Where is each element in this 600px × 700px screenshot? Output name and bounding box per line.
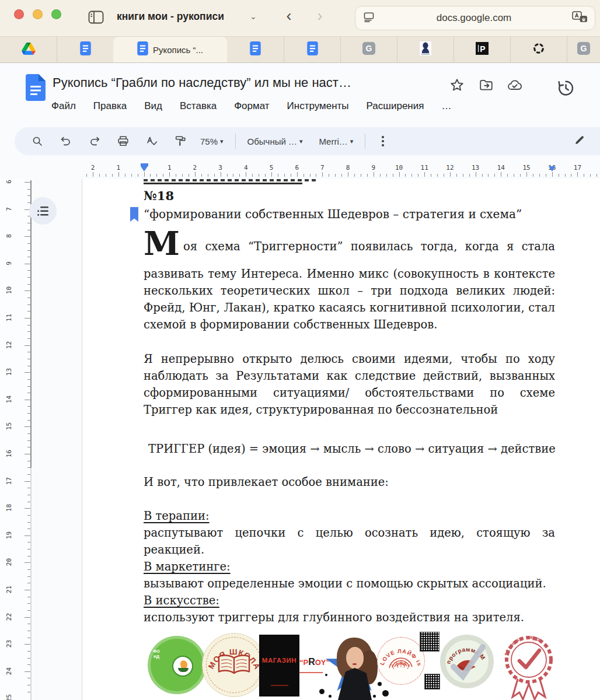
paragraph-style-select[interactable]: Обычный … bbox=[247, 136, 297, 146]
ruler-number: 12 bbox=[443, 164, 457, 172]
spellcheck-icon[interactable] bbox=[137, 130, 166, 153]
translate-icon[interactable] bbox=[572, 11, 588, 26]
search-icon[interactable] bbox=[23, 130, 51, 153]
close-button[interactable] bbox=[14, 9, 24, 19]
ruler-number: 13 bbox=[5, 366, 13, 379]
tab-strip: Рукопись “...GPG bbox=[0, 37, 600, 63]
tab[interactable] bbox=[510, 37, 567, 62]
tab[interactable] bbox=[57, 37, 113, 62]
tab[interactable]: G bbox=[567, 37, 600, 62]
paint-format-icon[interactable] bbox=[166, 130, 194, 153]
document-title[interactable]: Рукопись “Грабли по наследству” ил мы не… bbox=[53, 75, 351, 90]
bookmarked-heading: “формировании собственных Шедевров – стр… bbox=[144, 206, 555, 222]
content-area: 678910111213141516171819202122232425 №18… bbox=[0, 179, 600, 700]
ruler-number: 20 bbox=[5, 556, 13, 569]
badge-program-image[interactable]: программа М bbox=[440, 635, 494, 688]
text-line: схемой в формировании собственных Шедевр… bbox=[144, 316, 555, 333]
star-icon[interactable] bbox=[449, 78, 465, 93]
text-line: Триггер как идея, структурированная по б… bbox=[144, 401, 555, 418]
ruler-number: 6 bbox=[290, 164, 304, 172]
badge-fund-logo-image[interactable]: ФОНД bbox=[148, 636, 206, 694]
docs-toolbar: 75% ▾ Обычный … ▾ Merri… ▾ bbox=[15, 127, 600, 155]
badge-my-school-image[interactable]: МОЯ ШКОЛА bbox=[202, 633, 266, 697]
badge-love-life-stamp-image[interactable]: LOVE ЛАЙФ is… LIVE bbox=[377, 637, 425, 685]
text-line: Моя схема “Триггерности” появилась тогда… bbox=[144, 230, 555, 265]
tab[interactable] bbox=[397, 37, 454, 62]
browser-toolbar: книги мои - рукописи ⌄ ‹ › docs.google.c… bbox=[0, 0, 600, 37]
menu-item[interactable]: Вставка bbox=[180, 100, 217, 112]
ruler-number: 14 bbox=[494, 164, 508, 172]
text-line: наблюдать за Результатами как следствие … bbox=[144, 368, 555, 384]
text-line: И вот, что привлекает особое внимание: bbox=[144, 474, 555, 491]
sidebar-toggle-icon[interactable] bbox=[86, 8, 105, 26]
minimize-button[interactable] bbox=[33, 9, 43, 19]
ruler-number: 8 bbox=[341, 164, 355, 172]
ruler-number: 13 bbox=[469, 164, 483, 172]
google-drive-icon bbox=[22, 43, 36, 57]
svg-text:P: P bbox=[480, 44, 485, 54]
menu-item[interactable]: … bbox=[441, 100, 451, 112]
badge-ribbon-award-image[interactable]: 33 знака курс bbox=[500, 632, 558, 700]
qr-code-image[interactable] bbox=[420, 632, 439, 652]
back-button[interactable]: ‹ bbox=[280, 7, 298, 24]
window-tab-title[interactable]: книги мои - рукописи bbox=[117, 10, 224, 23]
ruler-number: 9 bbox=[5, 257, 13, 270]
qr-code-image[interactable] bbox=[424, 674, 440, 690]
address-bar[interactable]: docs.google.com bbox=[355, 6, 595, 30]
menu-item[interactable]: Файл bbox=[51, 100, 76, 112]
ruler-number: 16 bbox=[5, 447, 13, 460]
menu-item[interactable]: Расширения bbox=[367, 100, 424, 112]
docs-header: Рукопись “Грабли по наследству” ил мы не… bbox=[0, 63, 600, 124]
forward-button[interactable]: › bbox=[311, 7, 329, 24]
bookmark-icon[interactable] bbox=[130, 207, 138, 222]
redo-icon[interactable] bbox=[80, 130, 109, 153]
document-page[interactable]: №18“формировании собственных Шедевров – … bbox=[82, 179, 600, 700]
more-options-icon[interactable] bbox=[371, 136, 395, 146]
zoom-select[interactable]: 75% bbox=[200, 136, 218, 146]
outline-list-icon bbox=[37, 205, 50, 217]
ruler-number: 3 bbox=[214, 164, 228, 172]
ruler-number: 11 bbox=[5, 312, 13, 324]
ruler-number: 2 bbox=[86, 164, 100, 172]
browser-window: книги мои - рукописи ⌄ ‹ › docs.google.c… bbox=[0, 0, 600, 700]
style-caret-icon[interactable]: ▾ bbox=[299, 138, 303, 145]
tab[interactable] bbox=[0, 37, 57, 62]
zoom-caret-icon[interactable]: ▾ bbox=[220, 138, 224, 145]
underlined-subheading: В терапии: bbox=[144, 508, 555, 524]
ruler-number: 24 bbox=[5, 664, 13, 677]
menu-item[interactable]: Вид bbox=[144, 100, 162, 112]
move-folder-icon[interactable] bbox=[479, 78, 494, 93]
reader-icon[interactable] bbox=[364, 12, 376, 24]
ruler-number: 10 bbox=[392, 164, 406, 172]
cloud-saved-icon[interactable] bbox=[507, 78, 522, 93]
right-indent-marker[interactable] bbox=[549, 166, 556, 172]
font-caret-icon[interactable]: ▾ bbox=[350, 138, 354, 145]
editing-mode-pencil-icon[interactable] bbox=[573, 134, 586, 149]
ruler-number: 15 bbox=[519, 164, 533, 172]
tab[interactable]: G bbox=[340, 37, 397, 62]
drop-cap: М bbox=[144, 230, 180, 262]
emblem-figure-icon bbox=[420, 41, 431, 58]
menu-item[interactable]: Инструменты bbox=[287, 100, 349, 112]
undo-icon[interactable] bbox=[51, 130, 80, 153]
toolbar-divider bbox=[365, 134, 365, 149]
document-outline-button[interactable] bbox=[29, 197, 57, 225]
tab-active[interactable]: Рукопись “... bbox=[113, 37, 227, 62]
left-indent-marker[interactable] bbox=[141, 166, 148, 172]
print-icon[interactable] bbox=[109, 130, 137, 153]
toolbar-divider bbox=[235, 134, 236, 149]
chevron-down-icon[interactable]: ⌄ bbox=[250, 12, 257, 21]
version-history-icon[interactable] bbox=[556, 78, 575, 100]
zoom-button[interactable] bbox=[51, 9, 61, 19]
google-docs-icon bbox=[137, 41, 148, 58]
menu-item[interactable]: Правка bbox=[93, 100, 127, 112]
font-select[interactable]: Merri… bbox=[319, 136, 348, 146]
google-docs-logo[interactable] bbox=[26, 74, 46, 103]
tab[interactable] bbox=[284, 37, 340, 62]
menu-item[interactable]: Формат bbox=[234, 100, 269, 112]
badge-shop-image[interactable]: МАГАЗИН bbox=[259, 635, 299, 696]
ruler-number: 11 bbox=[417, 164, 431, 172]
ruler-number: 18 bbox=[5, 502, 13, 514]
tab[interactable] bbox=[227, 37, 284, 62]
tab[interactable]: P bbox=[454, 37, 510, 62]
